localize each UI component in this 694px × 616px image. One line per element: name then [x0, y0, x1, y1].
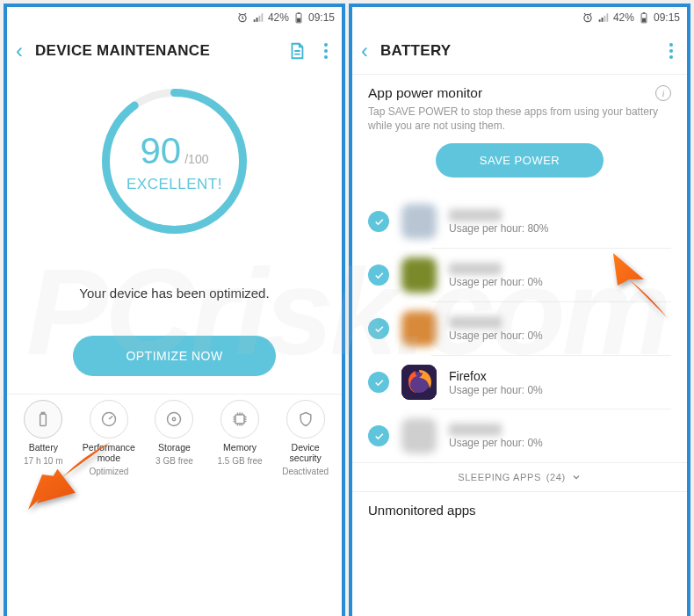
app-row[interactable]: Usage per hour: 0% [352, 409, 687, 462]
checkbox-checked[interactable] [368, 425, 389, 446]
app-row[interactable]: Usage per hour: 80% [352, 195, 687, 248]
app-usage: Usage per hour: 0% [449, 276, 671, 288]
app-text: Usage per hour: 80% [449, 209, 671, 235]
app-icon [401, 365, 437, 400]
tile-label: Storage [158, 442, 191, 453]
app-name: Firefox [449, 369, 671, 383]
tile-battery[interactable]: Battery 17 h 10 m [13, 400, 73, 476]
tile-label: Performance mode [79, 442, 139, 463]
unmonitored-section: Unmonitored apps [352, 491, 687, 518]
tile-sub: Deactivated [282, 467, 329, 476]
svg-rect-14 [643, 12, 645, 13]
app-name-redacted [449, 263, 502, 275]
tile-memory[interactable]: Memory 1.5 GB free [210, 400, 270, 476]
app-text: FirefoxUsage per hour: 0% [449, 369, 671, 396]
app-icon [401, 311, 437, 346]
app-icon [401, 204, 437, 239]
status-bar: 42% 09:15 [7, 7, 342, 28]
back-button[interactable]: ‹ [16, 39, 23, 63]
unmonitored-title: Unmonitored apps [368, 503, 671, 518]
info-icon[interactable]: i [655, 85, 671, 101]
back-button[interactable]: ‹ [361, 39, 368, 63]
sleeping-apps-toggle[interactable]: SLEEPING APPS (24) [352, 462, 687, 491]
tile-performance[interactable]: Performance mode Optimized [79, 400, 139, 476]
app-icon [401, 418, 437, 453]
save-power-button[interactable]: SAVE POWER [436, 143, 604, 178]
battery-icon [638, 11, 650, 24]
app-text: Usage per hour: 0% [449, 424, 671, 449]
app-list: Usage per hour: 80%Usage per hour: 0%Usa… [352, 195, 687, 462]
chevron-down-icon [571, 472, 582, 482]
status-bar: 42% 09:15 [352, 7, 687, 28]
status-battery-pct: 42% [268, 11, 289, 24]
sleeping-apps-label: SLEEPING APPS [458, 472, 541, 482]
gauge-icon [90, 400, 128, 438]
signal-icon [252, 11, 264, 24]
signal-icon [597, 11, 610, 24]
tile-storage[interactable]: Storage 3 GB free [144, 400, 204, 476]
svg-rect-7 [42, 413, 45, 415]
header: ‹ DEVICE MAINTENANCE [7, 28, 342, 74]
optimize-now-button[interactable]: OPTIMIZE NOW [73, 336, 275, 376]
section-title: App power monitor [368, 85, 482, 101]
svg-rect-15 [642, 18, 646, 22]
page-title: BATTERY [380, 42, 652, 60]
tile-sub: 17 h 10 m [24, 456, 62, 466]
status-time: 09:15 [654, 11, 680, 24]
storage-icon [155, 400, 193, 438]
battery-tile-icon [24, 400, 62, 438]
tile-label: Battery [29, 442, 58, 453]
svg-point-10 [173, 417, 176, 420]
checkbox-checked[interactable] [368, 372, 389, 393]
tile-label: Device security [276, 442, 336, 463]
alarm-icon [582, 11, 594, 24]
memory-icon [220, 400, 259, 438]
svg-rect-2 [298, 12, 300, 13]
app-usage: Usage per hour: 80% [449, 222, 671, 235]
battery-icon [293, 11, 305, 24]
checkbox-checked[interactable] [368, 318, 389, 339]
category-tiles: Battery 17 h 10 m Performance mode Optim… [7, 394, 342, 485]
battery-screen: 42% 09:15 ‹ BATTERY App power monitor i … [349, 4, 690, 616]
tile-sub: Optimized [89, 467, 128, 476]
checkbox-checked[interactable] [368, 265, 389, 286]
svg-rect-6 [40, 414, 47, 425]
score-gauge: 90 /100 EXCELLENT! [98, 84, 251, 238]
app-row[interactable]: Usage per hour: 0% [352, 302, 687, 355]
shield-icon [286, 400, 325, 438]
app-usage: Usage per hour: 0% [449, 330, 671, 342]
svg-rect-11 [235, 415, 244, 424]
tile-security[interactable]: Device security Deactivated [276, 400, 336, 476]
tile-sub: 1.5 GB free [218, 456, 263, 466]
tile-label: Memory [223, 442, 257, 453]
app-usage: Usage per hour: 0% [449, 437, 671, 449]
more-menu-icon[interactable] [664, 41, 678, 61]
app-name-redacted [449, 209, 502, 221]
score-rating: EXCELLENT! [127, 176, 222, 193]
status-battery-pct: 42% [613, 11, 634, 24]
app-text: Usage per hour: 0% [449, 263, 671, 288]
score-max: /100 [184, 152, 208, 166]
alarm-icon [236, 11, 249, 24]
app-power-monitor-section: App power monitor i Tap SAVE POWER to st… [352, 75, 687, 195]
optimized-message: Your device has been optimized. [7, 286, 342, 301]
tile-sub: 3 GB free [155, 456, 193, 466]
document-icon[interactable] [287, 41, 307, 61]
header: ‹ BATTERY [352, 28, 687, 74]
more-menu-icon[interactable] [319, 41, 333, 61]
app-row[interactable]: FirefoxUsage per hour: 0% [352, 356, 687, 409]
app-name-redacted [449, 424, 502, 436]
sleeping-apps-count: (24) [546, 472, 566, 482]
score-value: 90 [141, 130, 182, 172]
page-title: DEVICE MAINTENANCE [35, 42, 275, 60]
app-text: Usage per hour: 0% [449, 316, 671, 342]
app-icon [401, 257, 437, 293]
section-description: Tap SAVE POWER to stop these apps from u… [368, 105, 671, 133]
checkbox-checked[interactable] [368, 211, 389, 232]
device-maintenance-screen: 42% 09:15 ‹ DEVICE MAINTENANCE 90 /100 E… [4, 4, 345, 616]
status-time: 09:15 [308, 11, 335, 24]
app-name-redacted [449, 316, 502, 329]
svg-point-9 [168, 413, 181, 426]
svg-rect-3 [297, 18, 300, 22]
app-row[interactable]: Usage per hour: 0% [352, 249, 687, 301]
